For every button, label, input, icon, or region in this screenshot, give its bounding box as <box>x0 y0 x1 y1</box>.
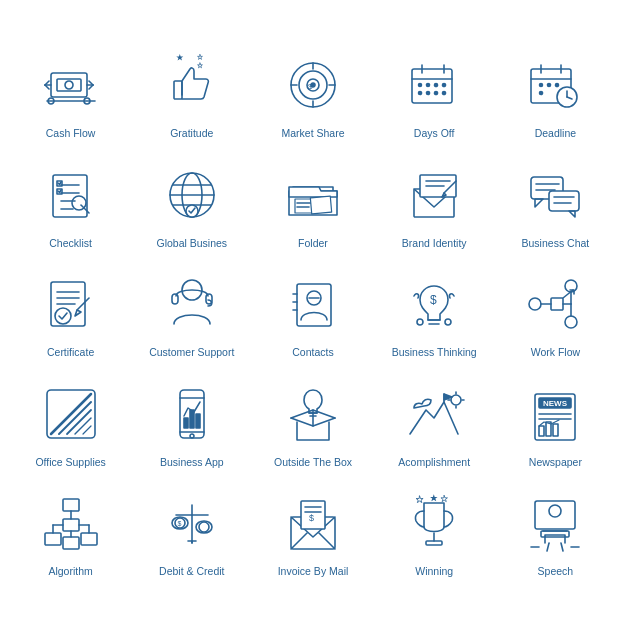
svg-rect-89 <box>172 294 178 304</box>
contacts-label: Contacts <box>292 346 333 360</box>
customer-support-icon <box>152 268 232 340</box>
svg-marker-78 <box>569 211 575 217</box>
svg-point-85 <box>55 308 71 324</box>
outside-the-box-label: Outside The Box <box>274 456 352 470</box>
speech-label: Speech <box>538 565 574 579</box>
svg-text:$: $ <box>430 293 437 307</box>
days-off-label: Days Off <box>414 127 455 141</box>
icon-item-folder: Folder <box>254 153 371 255</box>
icon-item-winning: Winning <box>376 481 493 583</box>
office-supplies-icon <box>31 378 111 450</box>
icon-item-business-chat: Business Chat <box>497 153 614 255</box>
svg-text:$: $ <box>177 520 181 527</box>
newspaper-icon: NEWS <box>515 378 595 450</box>
icon-item-speech: Speech <box>497 481 614 583</box>
certificate-label: Certificate <box>47 346 94 360</box>
icon-item-market-share: $ Market Share <box>254 43 371 145</box>
checklist-icon <box>31 159 111 231</box>
icon-item-gratitude: Gratitude <box>133 43 250 145</box>
business-thinking-icon: $ <box>394 268 474 340</box>
svg-point-35 <box>435 91 438 94</box>
svg-point-31 <box>435 83 438 86</box>
svg-line-161 <box>291 533 307 549</box>
icon-item-accomplishment: Acomplishment <box>376 372 493 474</box>
icon-item-customer-support: Customer Support <box>133 262 250 364</box>
global-business-icon <box>152 159 232 231</box>
icon-item-invoice-by-mail: $ Invoice By Mail <box>254 481 371 583</box>
cash-flow-icon <box>31 49 111 121</box>
svg-rect-139 <box>539 426 544 436</box>
global-business-label: Global Busines <box>156 237 227 251</box>
svg-marker-171 <box>441 496 448 502</box>
market-share-icon: $ <box>273 49 353 121</box>
svg-point-129 <box>451 395 461 405</box>
svg-line-162 <box>319 533 335 549</box>
icon-grid: Cash Flow Gratitude <box>0 27 626 599</box>
icon-item-checklist: Checklist <box>12 153 129 255</box>
svg-point-56 <box>72 196 86 210</box>
gratitude-label: Gratitude <box>170 127 213 141</box>
algorithm-icon <box>31 487 111 559</box>
customer-support-label: Customer Support <box>149 346 234 360</box>
debit-credit-icon: $ <box>152 487 232 559</box>
icon-item-business-thinking: $ Business Thinking <box>376 262 493 364</box>
svg-marker-170 <box>430 495 438 502</box>
winning-icon <box>394 487 474 559</box>
svg-rect-123 <box>196 414 200 428</box>
deadline-icon <box>515 49 595 121</box>
icon-item-newspaper: NEWS Newspaper <box>497 372 614 474</box>
svg-point-43 <box>556 83 559 86</box>
svg-point-173 <box>549 505 561 517</box>
svg-rect-122 <box>190 410 194 428</box>
svg-text:$: $ <box>308 82 313 91</box>
svg-point-44 <box>540 91 543 94</box>
svg-rect-121 <box>184 418 188 428</box>
icon-item-outside-the-box: Outside The Box <box>254 372 371 474</box>
svg-point-102 <box>529 298 541 310</box>
svg-point-29 <box>419 83 422 86</box>
business-app-icon <box>152 378 232 450</box>
svg-rect-66 <box>310 196 331 214</box>
business-thinking-label: Business Thinking <box>392 346 477 360</box>
deadline-label: Deadline <box>535 127 576 141</box>
svg-rect-142 <box>63 499 79 511</box>
svg-rect-168 <box>426 541 442 545</box>
icon-item-work-flow: Work Flow <box>497 262 614 364</box>
svg-rect-144 <box>63 519 79 531</box>
icon-item-certificate: Certificate <box>12 262 129 364</box>
certificate-icon <box>31 268 111 340</box>
svg-point-32 <box>443 83 446 86</box>
newspaper-label: Newspaper <box>529 456 582 470</box>
work-flow-icon <box>515 268 595 340</box>
icon-item-brand-identity: Brand Identity <box>376 153 493 255</box>
brand-identity-icon <box>394 159 474 231</box>
winning-label: Winning <box>415 565 453 579</box>
svg-marker-169 <box>416 496 423 503</box>
icon-item-algorithm: Algorithm <box>12 481 129 583</box>
work-flow-label: Work Flow <box>531 346 580 360</box>
icon-item-deadline: Deadline <box>497 43 614 145</box>
icon-item-debit-credit: $ Debit & Credit <box>133 481 250 583</box>
invoice-by-mail-label: Invoice By Mail <box>278 565 349 579</box>
svg-point-30 <box>427 83 430 86</box>
svg-rect-141 <box>553 424 558 436</box>
svg-point-109 <box>565 316 577 328</box>
svg-line-112 <box>59 402 91 434</box>
svg-line-176 <box>547 543 549 551</box>
market-share-label: Market Share <box>281 127 344 141</box>
svg-line-111 <box>51 394 91 434</box>
business-app-label: Business App <box>160 456 224 470</box>
svg-marker-14 <box>197 54 202 59</box>
svg-point-101 <box>445 319 451 325</box>
icon-item-days-off: Days Off <box>376 43 493 145</box>
invoice-by-mail-icon: $ <box>273 487 353 559</box>
svg-point-42 <box>548 83 551 86</box>
svg-point-100 <box>417 319 423 325</box>
business-chat-icon <box>515 159 595 231</box>
checklist-label: Checklist <box>49 237 92 251</box>
svg-point-157 <box>199 522 209 532</box>
svg-rect-77 <box>549 191 579 211</box>
svg-point-36 <box>443 91 446 94</box>
cash-flow-label: Cash Flow <box>46 127 96 141</box>
gratitude-icon <box>152 49 232 121</box>
